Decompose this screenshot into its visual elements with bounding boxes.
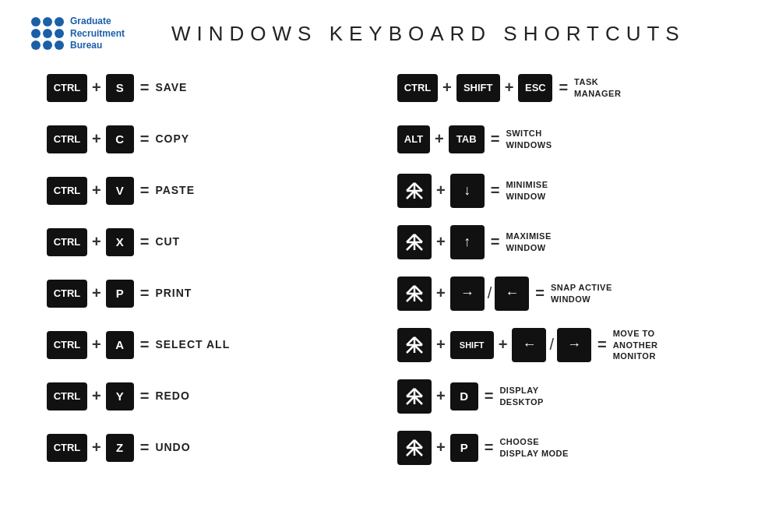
svg-line-30	[407, 440, 414, 448]
p-key: P	[106, 280, 134, 308]
shortcut-switch-windows: ALT + TAB = SWITCHWINDOWS	[397, 119, 732, 160]
svg-line-1	[414, 183, 422, 191]
logo: GraduateRecruitmentBureau	[31, 16, 125, 52]
snap-label: SNAP ACTIVEWINDOW	[551, 282, 612, 305]
svg-line-2	[407, 191, 414, 199]
undo-label: UNDO	[155, 441, 190, 455]
svg-line-8	[407, 242, 414, 250]
win-key	[397, 174, 432, 208]
keys-task-manager: CTRL + SHIFT + ESC	[397, 74, 552, 102]
svg-line-32	[407, 448, 414, 456]
ctrl-key: CTRL	[47, 280, 87, 308]
right-arrow-key2: →	[557, 328, 591, 362]
shortcut-paste: CTRL + V = PASTE	[47, 171, 366, 211]
down-arrow-key: ↓	[450, 174, 485, 208]
svg-line-25	[414, 389, 422, 396]
shortcut-save: CTRL + S = SAVE	[47, 68, 366, 108]
a-key: A	[106, 331, 134, 359]
maximise-label: MAXIMISEWINDOW	[506, 231, 551, 253]
shortcut-snap: + → / ← = SNAP ACTIVEWINDOW	[397, 273, 732, 314]
svg-line-15	[414, 294, 422, 301]
monitor-label: MOVE TOANOTHERMONITOR	[613, 328, 658, 361]
svg-line-20	[407, 345, 414, 353]
tab-key: TAB	[449, 125, 485, 153]
keys-minimise: + ↓	[397, 174, 485, 208]
shortcut-minimise: + ↓ = MINIMISEWINDOW	[397, 171, 732, 211]
svg-line-9	[414, 242, 422, 250]
redo-label: REDO	[155, 389, 189, 403]
keys-paste: CTRL + V	[47, 177, 134, 205]
switch-windows-label: SWITCHWINDOWS	[506, 128, 552, 150]
svg-line-31	[414, 440, 422, 448]
svg-line-27	[414, 396, 422, 404]
alt-key: ALT	[397, 125, 430, 153]
ctrl-key: CTRL	[47, 434, 87, 462]
s-key: S	[106, 74, 134, 102]
win-key	[397, 379, 432, 414]
svg-line-3	[414, 191, 422, 199]
shortcut-select-all: CTRL + A = SELECT ALL	[47, 325, 366, 365]
win-key	[397, 277, 432, 311]
svg-line-18	[407, 337, 414, 345]
header: GraduateRecruitmentBureau WINDOWS KEYBOA…	[31, 16, 748, 52]
svg-line-33	[414, 448, 422, 456]
shortcut-desktop: + D = DISPLAYDESKTOP	[397, 376, 732, 417]
v-key: V	[106, 177, 134, 205]
c-key: C	[106, 125, 134, 153]
plus: +	[92, 79, 101, 97]
esc-key: ESC	[518, 74, 552, 102]
right-shortcuts: CTRL + SHIFT + ESC = TASKMANAGER ALT + T…	[390, 68, 732, 479]
z-key: Z	[106, 434, 134, 462]
svg-line-7	[414, 234, 422, 242]
page-title: WINDOWS KEYBOARD SHORTCUTS	[171, 22, 686, 46]
win-key	[397, 431, 432, 465]
d-key: D	[450, 382, 478, 410]
y-key: Y	[106, 382, 134, 410]
paste-label: PASTE	[155, 184, 195, 198]
svg-line-24	[407, 389, 414, 396]
copy-label: COPY	[155, 132, 189, 146]
keys-print: CTRL + P	[47, 280, 134, 308]
svg-line-13	[414, 286, 422, 294]
p-key2: P	[450, 434, 478, 462]
desktop-label: DISPLAYDESKTOP	[499, 385, 543, 407]
keys-monitor: + SHIFT + ← / →	[397, 328, 591, 362]
shortcut-monitor: + SHIFT + ← / → = MOVE TOANOTHERMONITOR	[397, 325, 732, 365]
shift-key: SHIFT	[450, 331, 494, 359]
keys-undo: CTRL + Z	[47, 434, 134, 462]
svg-line-6	[407, 234, 414, 242]
shortcut-task-manager: CTRL + SHIFT + ESC = TASKMANAGER	[397, 68, 732, 108]
ctrl-key: CTRL	[47, 331, 87, 359]
task-manager-label: TASKMANAGER	[574, 76, 621, 99]
logo-dots	[31, 17, 64, 50]
ctrl-key: CTRL	[397, 74, 438, 102]
svg-line-21	[414, 345, 422, 353]
ctrl-key: CTRL	[47, 177, 87, 205]
select-all-label: SELECT ALL	[155, 338, 230, 352]
shortcut-print: CTRL + P = PRINT	[47, 273, 366, 314]
shift-key: SHIFT	[456, 74, 500, 102]
page: GraduateRecruitmentBureau WINDOWS KEYBOA…	[0, 0, 779, 532]
shortcut-undo: CTRL + Z = UNDO	[47, 428, 366, 468]
shortcut-maximise: + ↑ = MAXIMISEWINDOW	[397, 222, 732, 262]
cut-label: CUT	[155, 235, 180, 249]
ctrl-key: CTRL	[47, 382, 87, 410]
keys-cut: CTRL + X	[47, 228, 134, 256]
svg-line-26	[407, 396, 414, 404]
minimise-label: MINIMISEWINDOW	[506, 179, 548, 202]
ctrl-key: CTRL	[47, 228, 87, 256]
win-key	[397, 225, 432, 259]
keys-snap: + → / ←	[397, 277, 529, 311]
logo-text: GraduateRecruitmentBureau	[70, 16, 125, 52]
left-arrow-key2: ←	[512, 328, 546, 362]
keys-select-all: CTRL + A	[47, 331, 134, 359]
svg-line-19	[414, 337, 422, 345]
left-shortcuts: CTRL + S = SAVE CTRL + C = COPY	[47, 68, 390, 479]
x-key: X	[106, 228, 134, 256]
win-key	[397, 328, 432, 362]
keys-maximise: + ↑	[397, 225, 485, 259]
shortcut-redo: CTRL + Y = REDO	[47, 376, 366, 417]
shortcut-display-mode: + P = CHOOSEDISPLAY MODE	[397, 428, 732, 468]
keys-save: CTRL + S	[47, 74, 134, 102]
left-arrow-key: ←	[495, 277, 529, 311]
